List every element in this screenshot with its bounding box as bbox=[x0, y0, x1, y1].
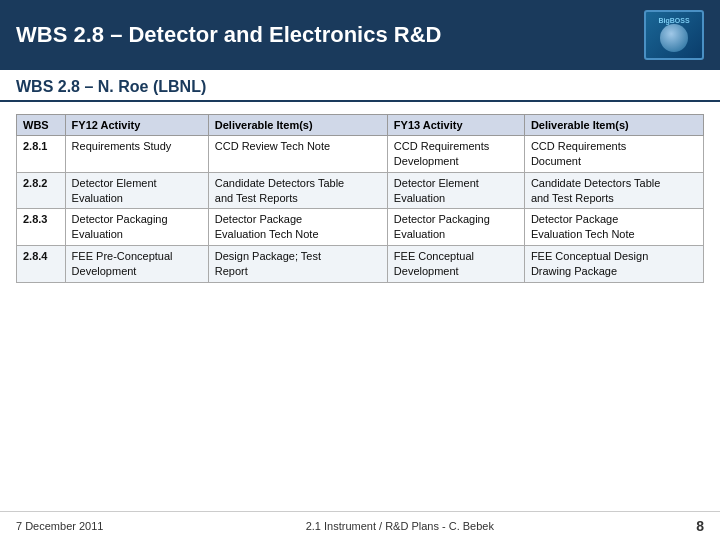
bigboss-logo: BigBOSS bbox=[644, 10, 704, 60]
subheader: WBS 2.8 – N. Roe (LBNL) bbox=[0, 70, 720, 102]
table-cell: Detector ElementEvaluation bbox=[65, 172, 208, 209]
table-cell: FEE ConceptualDevelopment bbox=[387, 246, 524, 283]
table-row: 2.8.3Detector PackagingEvaluationDetecto… bbox=[17, 209, 704, 246]
subheader-title: WBS 2.8 – N. Roe (LBNL) bbox=[16, 78, 704, 96]
table-cell: Detector PackagingEvaluation bbox=[65, 209, 208, 246]
col-header-fy13-activity: FY13 Activity bbox=[387, 115, 524, 136]
table-cell: 2.8.2 bbox=[17, 172, 66, 209]
page-footer: 7 December 2011 2.1 Instrument / R&D Pla… bbox=[0, 511, 720, 540]
table-cell: 2.8.3 bbox=[17, 209, 66, 246]
table-cell: Detector PackagingEvaluation bbox=[387, 209, 524, 246]
table-row: 2.8.2Detector ElementEvaluationCandidate… bbox=[17, 172, 704, 209]
footer-center: 2.1 Instrument / R&D Plans - C. Bebek bbox=[306, 520, 494, 532]
col-header-fy12-activity: FY12 Activity bbox=[65, 115, 208, 136]
footer-page-number: 8 bbox=[696, 518, 704, 534]
table-cell: 2.8.4 bbox=[17, 246, 66, 283]
main-content: WBS FY12 Activity Deliverable Item(s) FY… bbox=[0, 102, 720, 295]
table-cell: 2.8.1 bbox=[17, 136, 66, 173]
table-cell: Detector PackageEvaluation Tech Note bbox=[524, 209, 703, 246]
table-cell: Detector PackageEvaluation Tech Note bbox=[208, 209, 387, 246]
table-cell: Candidate Detectors Tableand Test Report… bbox=[524, 172, 703, 209]
table-cell: CCD Review Tech Note bbox=[208, 136, 387, 173]
table-cell: FEE Pre-ConceptualDevelopment bbox=[65, 246, 208, 283]
table-cell: Detector ElementEvaluation bbox=[387, 172, 524, 209]
table-cell: Design Package; TestReport bbox=[208, 246, 387, 283]
logo-label: BigBOSS bbox=[658, 17, 689, 24]
table-header-row: WBS FY12 Activity Deliverable Item(s) FY… bbox=[17, 115, 704, 136]
wbs-table: WBS FY12 Activity Deliverable Item(s) FY… bbox=[16, 114, 704, 283]
page-header: WBS 2.8 – Detector and Electronics R&D B… bbox=[0, 0, 720, 70]
footer-date: 7 December 2011 bbox=[16, 520, 103, 532]
page-title: WBS 2.8 – Detector and Electronics R&D bbox=[16, 22, 441, 48]
table-cell: Candidate Detectors Tableand Test Report… bbox=[208, 172, 387, 209]
table-row: 2.8.1Requirements StudyCCD Review Tech N… bbox=[17, 136, 704, 173]
table-cell: FEE Conceptual DesignDrawing Package bbox=[524, 246, 703, 283]
table-cell: Requirements Study bbox=[65, 136, 208, 173]
col-header-fy13-deliverable: Deliverable Item(s) bbox=[524, 115, 703, 136]
col-header-fy12-deliverable: Deliverable Item(s) bbox=[208, 115, 387, 136]
table-cell: CCD RequirementsDocument bbox=[524, 136, 703, 173]
table-row: 2.8.4FEE Pre-ConceptualDevelopmentDesign… bbox=[17, 246, 704, 283]
col-header-wbs: WBS bbox=[17, 115, 66, 136]
table-cell: CCD RequirementsDevelopment bbox=[387, 136, 524, 173]
